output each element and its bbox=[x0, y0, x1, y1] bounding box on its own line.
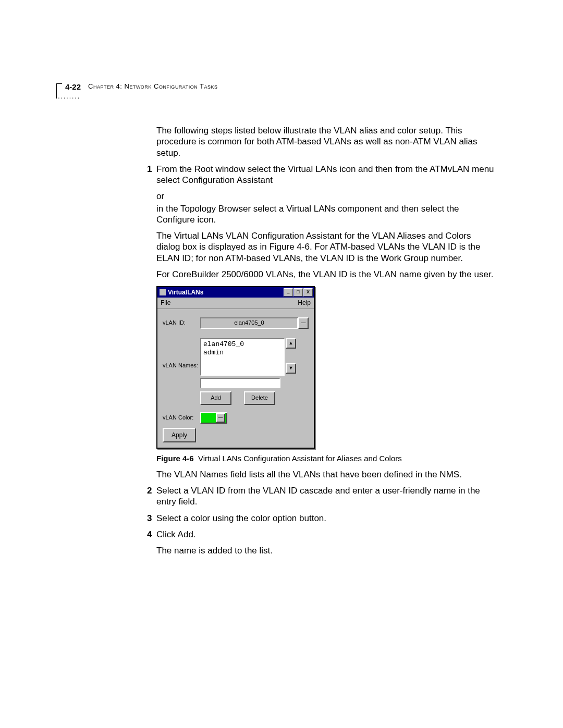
dialog-menubar: File Help bbox=[157, 298, 314, 309]
virtuallans-dialog: VirtualLANs _ □ X File Help vLAN ID: ela… bbox=[156, 286, 315, 449]
vlanid-value: elan4705_0 bbox=[234, 319, 264, 327]
dialog-icon bbox=[160, 289, 166, 295]
step-3-text: Select a color using the color option bu… bbox=[156, 513, 494, 524]
step-3-number: 3 bbox=[147, 513, 152, 524]
list-item-1[interactable]: elan4705_0 bbox=[203, 340, 282, 349]
step-4-after: The name is added to the list. bbox=[156, 545, 494, 556]
step-4-number: 4 bbox=[147, 529, 152, 540]
add-button[interactable]: Add bbox=[200, 391, 231, 405]
step-2-text: Select a VLAN ID from the VLAN ID cascad… bbox=[156, 485, 494, 508]
dialog-titlebar[interactable]: VirtualLANs _ □ X bbox=[157, 287, 314, 298]
step-1-number: 1 bbox=[147, 164, 152, 175]
step-1-p1: From the Root window select the Virtual … bbox=[156, 164, 494, 186]
vlanid-label: vLAN ID: bbox=[163, 319, 200, 327]
figure-caption: Figure 4-6 Virtual LANs Configuration As… bbox=[156, 454, 494, 464]
dialog-title: VirtualLANs bbox=[168, 289, 283, 297]
step-1-p2: in the Topology Browser select a Virtual… bbox=[156, 203, 494, 226]
step-3: 3 Select a color using the color option … bbox=[156, 513, 494, 524]
vlancolor-label: vLAN Color: bbox=[163, 414, 200, 422]
step-2: 2 Select a VLAN ID from the VLAN ID casc… bbox=[156, 485, 494, 508]
chapter-title: Chapter 4: Network Configuration Tasks bbox=[88, 82, 218, 90]
menu-help[interactable]: Help bbox=[298, 299, 311, 307]
step-2-number: 2 bbox=[147, 485, 152, 496]
listbox-scrollbar: ▲ ▼ bbox=[286, 338, 296, 374]
step-1: 1 From the Root window select the Virtua… bbox=[156, 164, 494, 280]
step-4: 4 Click Add. The name is added to the li… bbox=[156, 529, 494, 557]
vlancolor-row: vLAN Color: — bbox=[163, 412, 309, 424]
vlanname-entry-field[interactable] bbox=[200, 378, 280, 388]
page-header: 4-22 Chapter 4: Network Configuration Ta… bbox=[56, 82, 218, 98]
maximize-button[interactable]: □ bbox=[293, 288, 303, 297]
add-delete-row: Add Delete bbox=[200, 391, 309, 405]
header-dots: ......... bbox=[55, 93, 80, 100]
page-number: 4-22 bbox=[65, 82, 81, 91]
step-1-p4: For CoreBuilder 2500/6000 VLANs, the VLA… bbox=[156, 269, 494, 280]
vlannames-listbox[interactable]: elan4705_0 admin bbox=[200, 338, 285, 376]
apply-button[interactable]: Apply bbox=[163, 428, 196, 442]
scroll-down-button[interactable]: ▼ bbox=[286, 363, 296, 374]
vlanid-dropdown[interactable]: elan4705_0 bbox=[200, 317, 298, 329]
vlannames-label: vLAN Names: bbox=[163, 362, 200, 369]
vlanid-dropdown-button[interactable]: — bbox=[298, 317, 309, 329]
close-button[interactable]: X bbox=[303, 288, 313, 297]
step-1-or: or bbox=[156, 191, 494, 202]
intro-paragraph: The following steps listed below illustr… bbox=[156, 125, 494, 158]
dialog-body: vLAN ID: elan4705_0 — vLAN Names: elan47… bbox=[157, 309, 314, 448]
scroll-up-button[interactable]: ▲ bbox=[286, 338, 296, 349]
after-figure-paragraph: The VLAN Names field lists all the VLANs… bbox=[156, 469, 494, 480]
main-content: The following steps listed below illustr… bbox=[156, 125, 494, 561]
figure-label: Figure 4-6 bbox=[156, 454, 194, 463]
vlancolor-dropdown-button[interactable]: — bbox=[216, 413, 225, 423]
step-1-p3: The Virtual LANs VLAN Configuration Assi… bbox=[156, 230, 494, 264]
figure-caption-text: Virtual LANs Configuration Assistant for… bbox=[198, 454, 402, 463]
menu-file[interactable]: File bbox=[161, 299, 170, 307]
step-4-text: Click Add. bbox=[156, 529, 494, 540]
delete-button[interactable]: Delete bbox=[244, 391, 275, 405]
vlanid-row: vLAN ID: elan4705_0 — bbox=[163, 317, 309, 329]
vlannames-row: vLAN Names: elan4705_0 admin ▲ ▼ bbox=[163, 338, 309, 376]
vlancolor-swatch[interactable]: — bbox=[200, 412, 227, 424]
list-item-2[interactable]: admin bbox=[203, 349, 282, 357]
minimize-button[interactable]: _ bbox=[284, 288, 293, 297]
